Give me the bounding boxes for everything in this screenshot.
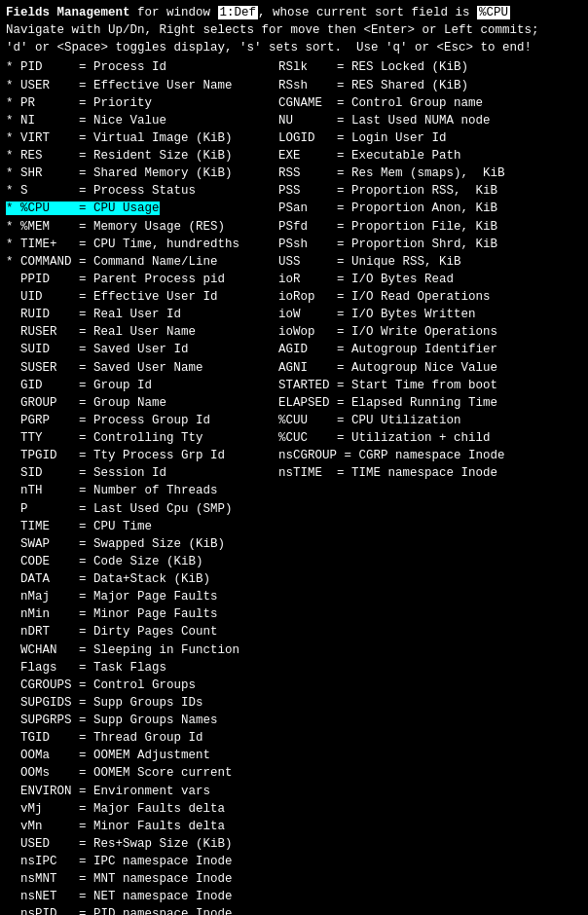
- sort-field-indicator: %CPU: [477, 6, 510, 19]
- list-item: STARTED = Start Time from boot: [278, 377, 582, 394]
- window-indicator: 1:Def: [218, 6, 259, 19]
- list-item: GROUP = Group Name: [6, 394, 278, 412]
- list-item: * PID = Process Id: [6, 58, 278, 76]
- list-item: nTH = Number of Threads: [6, 482, 278, 499]
- list-item: ELAPSED = Elapsed Running Time: [278, 394, 582, 412]
- list-item: AGID = Autogroup Identifier: [278, 341, 582, 358]
- header-line3: 'd' or <Space> toggles display, 's' sets…: [6, 41, 532, 55]
- list-item: PGRP = Process Group Id: [6, 412, 278, 429]
- list-item: LOGID = Login User Id: [278, 129, 582, 147]
- list-item: * USER = Effective User Name: [6, 77, 278, 94]
- list-item: * S = Process Status: [6, 182, 278, 200]
- list-item: CODE = Code Size (KiB): [6, 553, 278, 570]
- list-item: SUPGIDS = Supp Groups IDs: [6, 694, 278, 712]
- list-item: NU = Last Used NUMA node: [278, 112, 582, 129]
- list-item: nsMNT = MNT namespace Inode: [6, 870, 278, 888]
- list-item: PSS = Proportion RSS, KiB: [278, 182, 582, 200]
- list-item: TTY = Controlling Tty: [6, 429, 278, 447]
- header-line2: Navigate with Up/Dn, Right selects for m…: [6, 23, 539, 37]
- list-item: vMj = Major Faults delta: [6, 800, 278, 818]
- list-item: P = Last Used Cpu (SMP): [6, 500, 278, 518]
- list-item: RSsh = RES Shared (KiB): [278, 77, 582, 94]
- list-item: %CUU = CPU Utilization: [278, 412, 582, 429]
- fields-management-label: Fields Management: [6, 6, 130, 19]
- list-item: nDRT = Dirty Pages Count: [6, 623, 278, 640]
- list-item: nsNET = NET namespace Inode: [6, 888, 278, 905]
- list-item: TIME = CPU Time: [6, 518, 278, 535]
- list-item: nsCGROUP = CGRP namespace Inode: [278, 447, 582, 464]
- list-item: nsTIME = TIME namespace Inode: [278, 464, 582, 482]
- list-item: * SHR = Shared Memory (KiB): [6, 165, 278, 182]
- list-item: nsPID = PID namespace Inode: [6, 905, 278, 915]
- list-item: ioR = I/O Bytes Read: [278, 271, 582, 288]
- list-item: WCHAN = Sleeping in Function: [6, 641, 278, 659]
- list-item: TGID = Thread Group Id: [6, 729, 278, 747]
- list-item: PSsh = Proportion Shrd, KiB: [278, 236, 582, 253]
- list-item: * TIME+ = CPU Time, hundredths: [6, 236, 278, 253]
- list-item: OOMa = OOMEM Adjustment: [6, 747, 278, 764]
- list-item: USS = Unique RSS, KiB: [278, 253, 582, 271]
- list-item: nMin = Minor Page Faults: [6, 605, 278, 623]
- header-area: Fields Management for window 1:Def, whos…: [6, 4, 582, 56]
- list-item: PSfd = Proportion File, KiB: [278, 218, 582, 236]
- list-item: AGNI = Autogroup Nice Value: [278, 359, 582, 377]
- list-item: * COMMAND = Command Name/Line: [6, 253, 278, 271]
- list-item: SUID = Saved User Id: [6, 341, 278, 358]
- list-item: ioRop = I/O Read Operations: [278, 288, 582, 306]
- list-item: SID = Session Id: [6, 464, 278, 482]
- list-item: ioW = I/O Bytes Written: [278, 306, 582, 323]
- list-item: * %CPU = CPU Usage: [6, 200, 278, 217]
- list-item: nMaj = Major Page Faults: [6, 588, 278, 605]
- list-item: RUSER = Real User Name: [6, 323, 278, 341]
- list-item: RUID = Real User Id: [6, 306, 278, 323]
- list-item: * NI = Nice Value: [6, 112, 278, 129]
- header-line1: Fields Management for window 1:Def, whos…: [6, 6, 539, 55]
- list-item: USED = Res+Swap Size (KiB): [6, 835, 278, 853]
- list-item: %CUC = Utilization + child: [278, 429, 582, 447]
- list-item: TPGID = Tty Process Grp Id: [6, 447, 278, 464]
- list-item: * PR = Priority: [6, 94, 278, 112]
- list-item: CGNAME = Control Group name: [278, 94, 582, 112]
- list-item: UID = Effective User Id: [6, 288, 278, 306]
- list-item: CGROUPS = Control Groups: [6, 677, 278, 694]
- list-item: SUSER = Saved User Name: [6, 359, 278, 377]
- list-item: * VIRT = Virtual Image (KiB): [6, 129, 278, 147]
- list-item: SUPGRPS = Supp Groups Names: [6, 712, 278, 729]
- list-item: nsIPC = IPC namespace Inode: [6, 853, 278, 870]
- list-item: ENVIRON = Environment vars: [6, 783, 278, 800]
- list-item: PSan = Proportion Anon, KiB: [278, 200, 582, 217]
- list-item: GID = Group Id: [6, 377, 278, 394]
- right-column: RSlk = RES Locked (KiB)RSsh = RES Shared…: [278, 58, 582, 915]
- list-item: SWAP = Swapped Size (KiB): [6, 535, 278, 553]
- list-item: ioWop = I/O Write Operations: [278, 323, 582, 341]
- list-item: RSS = Res Mem (smaps), KiB: [278, 165, 582, 182]
- list-item: * %MEM = Memory Usage (RES): [6, 218, 278, 236]
- left-column: * PID = Process Id* USER = Effective Use…: [6, 58, 278, 915]
- list-item: EXE = Executable Path: [278, 147, 582, 165]
- list-item: OOMs = OOMEM Score current: [6, 764, 278, 782]
- fields-area: * PID = Process Id* USER = Effective Use…: [6, 58, 582, 915]
- list-item: * RES = Resident Size (KiB): [6, 147, 278, 165]
- list-item: Flags = Task Flags: [6, 659, 278, 677]
- list-item: RSlk = RES Locked (KiB): [278, 58, 582, 76]
- list-item: PPID = Parent Process pid: [6, 271, 278, 288]
- list-item: vMn = Minor Faults delta: [6, 818, 278, 835]
- list-item: DATA = Data+Stack (KiB): [6, 570, 278, 588]
